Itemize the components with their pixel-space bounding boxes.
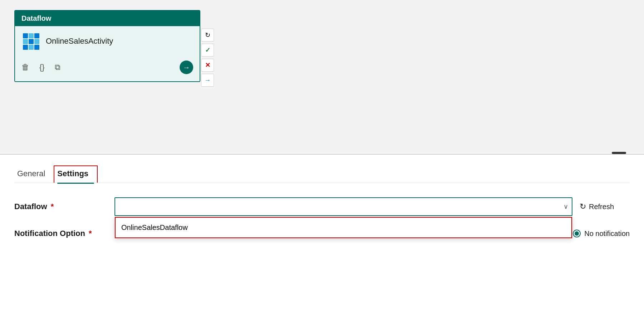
arrow-icon: → (183, 63, 190, 72)
dataflow-dropdown-popup: OnlineSalesDataflow (114, 217, 572, 239)
svg-rect-6 (34, 39, 39, 44)
svg-rect-2 (29, 33, 34, 38)
svg-rect-4 (23, 39, 28, 44)
refresh-label: Refresh (589, 203, 614, 211)
svg-rect-5 (29, 39, 34, 44)
arrow-right-icon: → (204, 77, 211, 84)
tab-settings-label: Settings (57, 169, 88, 178)
dataflow-node-title-row: OnlineSalesActivity (21, 32, 193, 50)
notification-required-star: * (87, 229, 92, 238)
redo-icon: ↻ (205, 31, 210, 39)
cross-icon: ✕ (205, 61, 210, 69)
no-notification-label: No notification (584, 230, 630, 238)
dataflow-node-title: Dataflow (21, 14, 51, 22)
delete-icon[interactable]: 🗑 (21, 63, 29, 72)
dataflow-field-row: Dataflow * ∨ OnlineSalesDataflow ↻ Refre… (14, 197, 630, 216)
dataflow-node-body: OnlineSalesActivity 🗑 {} ⧉ → (15, 26, 200, 81)
dataflow-dropdown-wrapper: ∨ OnlineSalesDataflow (114, 197, 572, 216)
dropdown-option-online-sales[interactable]: OnlineSalesDataflow (115, 217, 572, 238)
refresh-icon: ↻ (580, 202, 586, 211)
notification-label: Notification Option * (14, 229, 114, 238)
dataflow-label: Dataflow * (14, 202, 114, 211)
dataflow-node-header: Dataflow (15, 11, 200, 26)
dataflow-dropdown-input[interactable] (114, 197, 572, 216)
redo-connector[interactable]: ↻ (201, 29, 214, 42)
refresh-button[interactable]: ↻ Refresh (580, 202, 630, 211)
tab-general[interactable]: General (14, 166, 54, 183)
side-connectors: ↻ ✓ ✕ → (201, 29, 214, 87)
braces-icon[interactable]: {} (39, 63, 45, 72)
dataflow-grid-icon (21, 32, 40, 50)
svg-rect-3 (34, 33, 39, 38)
svg-rect-8 (29, 45, 34, 50)
svg-rect-7 (23, 45, 28, 50)
no-notification-radio[interactable] (573, 230, 581, 237)
check-icon: ✓ (205, 46, 210, 54)
svg-rect-9 (34, 45, 39, 50)
tab-general-label: General (17, 169, 45, 178)
dataflow-required-star: * (49, 202, 54, 211)
arrow-connector[interactable]: → (201, 74, 214, 87)
dataflow-node: Dataflow OnlineSalesActivit (14, 10, 200, 82)
check-connector[interactable]: ✓ (201, 44, 214, 57)
tab-settings[interactable]: Settings (54, 165, 98, 183)
copy-icon[interactable]: ⧉ (55, 63, 60, 72)
activity-name: OnlineSalesActivity (46, 37, 113, 46)
settings-panel: General Settings Dataflow * ∨ OnlineSale… (0, 155, 644, 313)
cross-connector[interactable]: ✕ (201, 59, 214, 72)
tabs-row: General Settings (14, 155, 630, 183)
arrow-button[interactable]: → (180, 61, 193, 74)
canvas-area: Dataflow OnlineSalesActivit (0, 0, 644, 154)
dataflow-node-actions: 🗑 {} ⧉ → (21, 61, 193, 74)
dataflow-control-area: ∨ OnlineSalesDataflow ↻ Refresh (114, 197, 630, 216)
svg-rect-1 (23, 33, 28, 38)
